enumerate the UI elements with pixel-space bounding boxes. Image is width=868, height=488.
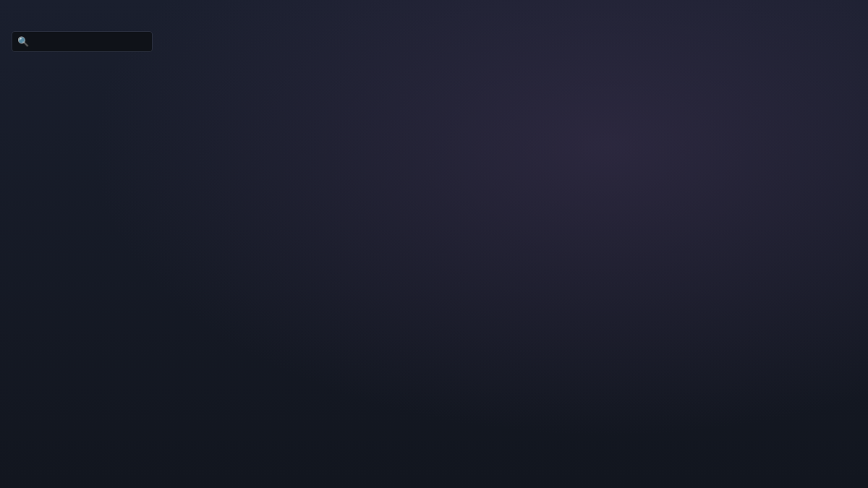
background-overlay: [0, 0, 868, 488]
search-icon: 🔍: [17, 36, 29, 47]
app-container: wemod — □ ✕ 🔍 Dashboard Games Requests H…: [0, 0, 868, 488]
search-wrapper: 🔍: [12, 31, 153, 52]
search-input[interactable]: [12, 31, 153, 52]
